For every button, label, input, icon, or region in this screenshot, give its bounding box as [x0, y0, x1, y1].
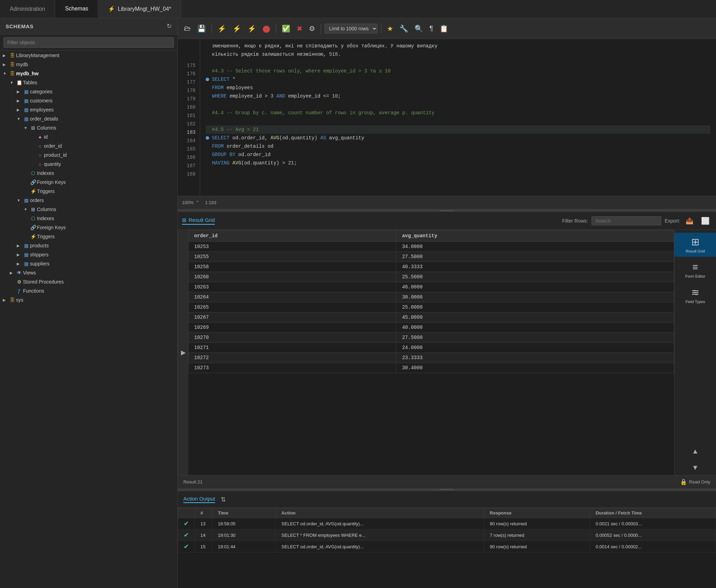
sidebar-item-Functions[interactable]: ƒ Functions: [0, 286, 177, 295]
settings-button[interactable]: ⚙: [307, 23, 317, 34]
action-col-duration[interactable]: Duration / Fetch Time: [590, 508, 716, 518]
table-cell: 10258: [189, 262, 396, 272]
bookmark-button[interactable]: ★: [385, 23, 395, 34]
save-file-button[interactable]: 💾: [195, 23, 208, 34]
sidebar-item-col-product_id[interactable]: ◇ product_id: [0, 150, 177, 160]
col-header-order_id[interactable]: order_id: [189, 230, 396, 242]
sidebar-item-Triggers-od[interactable]: ⚡ Triggers: [0, 187, 177, 196]
filter-rows-input[interactable]: [592, 216, 661, 225]
sidebar-item-StoredProcedures[interactable]: ⚙ Stored Procedures: [0, 277, 177, 286]
sidebar-item-col-quantity[interactable]: ◇ quantity: [0, 160, 177, 169]
check-button[interactable]: ✅: [280, 23, 292, 34]
execute-button[interactable]: ⚡: [215, 23, 228, 34]
arrow-icon: ▶: [3, 53, 8, 58]
sidebar-item-Columns-od[interactable]: ▼ ⊞ Columns: [0, 123, 177, 132]
code-line-182: [206, 117, 710, 125]
tab-result-grid[interactable]: ⊞ Result Grid: [182, 217, 215, 225]
sidebar-item-col-id[interactable]: ◆ id: [0, 132, 177, 141]
arrow-icon: ▶: [17, 262, 22, 266]
code-line-181: #4.4 -- Group by c. name, count number o…: [206, 109, 710, 117]
format-button[interactable]: 🔧: [397, 23, 410, 34]
sidebar-item-LibraryManagement[interactable]: ▶ 🗄 LibraryManagement: [0, 51, 177, 60]
sidebar-item-Columns-ord[interactable]: ▼ ⊞ Columns: [0, 205, 177, 214]
sidebar-item-order_details[interactable]: ▼ ▦ order_details: [0, 114, 177, 123]
sidebar-item-Views[interactable]: ▶ 👁 Views: [0, 268, 177, 277]
sidebar-item-categories[interactable]: ▶ ▦ categories: [0, 87, 177, 96]
table-row: 1026525.0000: [189, 302, 674, 312]
table-cell: 10273: [189, 363, 396, 373]
open-file-button[interactable]: 🗁: [182, 23, 193, 34]
search-input[interactable]: [3, 37, 174, 48]
sidebar-item-mydb[interactable]: ▶ 🗄 mydb: [0, 60, 177, 69]
table-row: 1027223.3333: [189, 353, 674, 363]
arrow-icon: ▶: [17, 108, 22, 112]
sidebar-item-customers[interactable]: ▶ ▦ customers: [0, 96, 177, 105]
action-col-response[interactable]: Response: [484, 508, 590, 518]
db-icon: 🗄: [8, 53, 16, 58]
export-button[interactable]: 📤: [684, 216, 695, 226]
table-icon: ▦: [22, 252, 30, 257]
line-numbers: 175 176 177 178 179 180 181 182 183 184 …: [178, 39, 200, 196]
action-col-action[interactable]: Action: [276, 508, 484, 518]
side-icon-scroll-up[interactable]: ▲: [675, 444, 716, 459]
expand-result-button[interactable]: ▶: [178, 230, 188, 475]
sidebar-item-sys[interactable]: ▶ 🗄 sys: [0, 295, 177, 304]
side-icon-result-grid[interactable]: ⊞ Result Grid: [675, 233, 716, 257]
sidebar-item-employees[interactable]: ▶ ▦ employees: [0, 105, 177, 114]
side-icon-scroll-down[interactable]: ▼: [675, 460, 716, 475]
wrap-button[interactable]: ⬜: [699, 215, 712, 226]
sidebar-item-Indexes-od[interactable]: ⬡ Indexes: [0, 169, 177, 178]
fk-icon: 🔗: [29, 225, 37, 230]
paragraph-button[interactable]: ¶: [427, 23, 435, 34]
table-cell: 24.0000: [396, 343, 674, 353]
sidebar-item-orders[interactable]: ▼ ▦ orders: [0, 196, 177, 205]
side-icon-form-editor[interactable]: ≡ Form Editor: [675, 258, 716, 282]
field-types-side-icon: ≋: [691, 287, 699, 298]
sidebar-item-products[interactable]: ▶ ▦ products: [0, 241, 177, 250]
table-cell: 27.5000: [396, 333, 674, 343]
tab-action-output[interactable]: Action Output: [183, 496, 215, 503]
stop-button[interactable]: ⬤: [260, 23, 272, 34]
sort-icon[interactable]: ⇅: [221, 496, 226, 503]
code-area[interactable]: зменшення, якщо є рядки, які не співпада…: [200, 39, 716, 196]
explain-button[interactable]: ⚡: [245, 23, 258, 34]
breakpoint-dot-177[interactable]: [206, 78, 209, 81]
action-output: Action Output ⇅ # Time Action Response D…: [178, 490, 716, 588]
action-col-time[interactable]: Time: [212, 508, 276, 518]
result-table: order_id avg_quantity 1025334.0000102552…: [188, 230, 674, 373]
result-grid-side-icon: ⊞: [691, 236, 699, 248]
tab-schemas[interactable]: Schemas: [55, 0, 98, 18]
sidebar-item-col-order_id[interactable]: ◇ order_id: [0, 141, 177, 150]
breakpoint-dot-184[interactable]: [206, 136, 209, 140]
action-num-cell: 15: [195, 541, 212, 552]
sidebar-item-suppliers[interactable]: ▶ ▦ suppliers: [0, 259, 177, 268]
table-row: 1026346.0000: [189, 282, 674, 292]
action-table-container[interactable]: # Time Action Response Duration / Fetch …: [178, 508, 716, 588]
line-num-182: 182: [178, 120, 200, 128]
data-table-container[interactable]: order_id avg_quantity 1025334.0000102552…: [188, 230, 674, 475]
sidebar-refresh-icon[interactable]: ↻: [167, 22, 172, 30]
execute-selected-button[interactable]: ⚡: [230, 23, 243, 34]
zoom-stepper[interactable]: ⌃: [196, 200, 199, 205]
sidebar-item-Tables[interactable]: ▼ 📋 Tables: [0, 78, 177, 87]
col-header-avg_quantity[interactable]: avg_quantity: [396, 230, 674, 242]
sidebar-item-Indexes-ord[interactable]: ⬡ Indexes: [0, 214, 177, 223]
zoom-value: 100%: [182, 200, 193, 205]
sidebar-item-shippers[interactable]: ▶ ▦ shippers: [0, 250, 177, 259]
action-time-cell: 19:01:30: [212, 529, 276, 541]
find-button[interactable]: 🔍: [412, 23, 425, 34]
close-button[interactable]: ✖: [295, 23, 305, 34]
arrow-icon: ▼: [3, 71, 8, 76]
tab-administration[interactable]: Administration: [0, 0, 55, 18]
table-cell: 30.4000: [396, 363, 674, 373]
sidebar-item-mydb_hw[interactable]: ▼ 🗄 mydb_hw: [0, 69, 177, 78]
sidebar-item-Triggers-ord[interactable]: ⚡ Triggers: [0, 232, 177, 241]
limit-select[interactable]: Limit to 1000 rows Limit to 200 rows Don…: [325, 24, 378, 33]
clipboard-button[interactable]: 📋: [437, 23, 450, 34]
sidebar-item-ForeignKeys-od[interactable]: 🔗 Foreign Keys: [0, 178, 177, 187]
side-icon-field-types[interactable]: ≋ Field Types: [675, 283, 716, 307]
sidebar-item-ForeignKeys-ord[interactable]: 🔗 Foreign Keys: [0, 223, 177, 232]
table-cell: 27.5000: [396, 252, 674, 262]
tab-editor[interactable]: ⚡ LibraryMngt_HW_04*: [98, 0, 181, 18]
action-action-cell: SELECT * FROM employees WHERE e...: [276, 529, 484, 541]
